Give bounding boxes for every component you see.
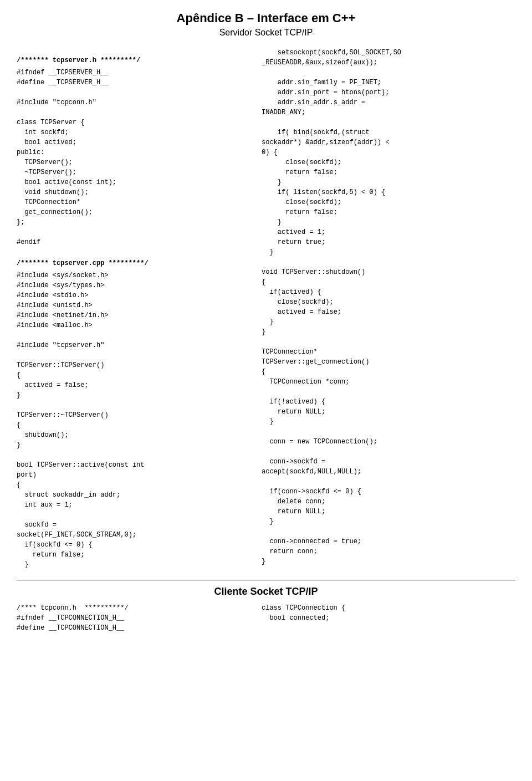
page-title: Apêndice B – Interface em C++	[17, 11, 515, 25]
bottom-right-code: class TCPConnection { bool connected;	[262, 603, 515, 623]
left-header-2: /******* tcpserver.cpp *********/	[17, 259, 250, 267]
right-code-block-1: setsockopt(sockfd,SOL_SOCKET,SO _REUSEAD…	[262, 48, 515, 566]
right-column: setsockopt(sockfd,SOL_SOCKET,SO _REUSEAD…	[256, 48, 515, 570]
bottom-section: /**** tcpconn.h **********/ #ifndef __TC…	[17, 603, 515, 633]
bottom-left-column: /**** tcpconn.h **********/ #ifndef __TC…	[17, 603, 256, 633]
left-code-block-2: #include <sys/socket.h> #include <sys/ty…	[17, 270, 250, 570]
bottom-left-code: /**** tcpconn.h **********/ #ifndef __TC…	[17, 603, 250, 633]
page-subtitle: Servidor Socket TCP/IP	[17, 28, 515, 38]
page: Apêndice B – Interface em C++ Servidor S…	[0, 0, 532, 781]
bottom-right-column: class TCPConnection { bool connected;	[256, 603, 515, 633]
left-column: /******* tcpserver.h *********/ #ifndef …	[17, 48, 256, 570]
left-code-block-1: #ifndef __TCPSERVER_H__ #define __TCPSER…	[17, 68, 250, 247]
bottom-title: Cliente Socket TCP/IP	[17, 586, 515, 598]
main-content: /******* tcpserver.h *********/ #ifndef …	[17, 48, 515, 570]
left-header-1: /******* tcpserver.h *********/	[17, 57, 250, 64]
section-divider	[17, 580, 515, 580]
